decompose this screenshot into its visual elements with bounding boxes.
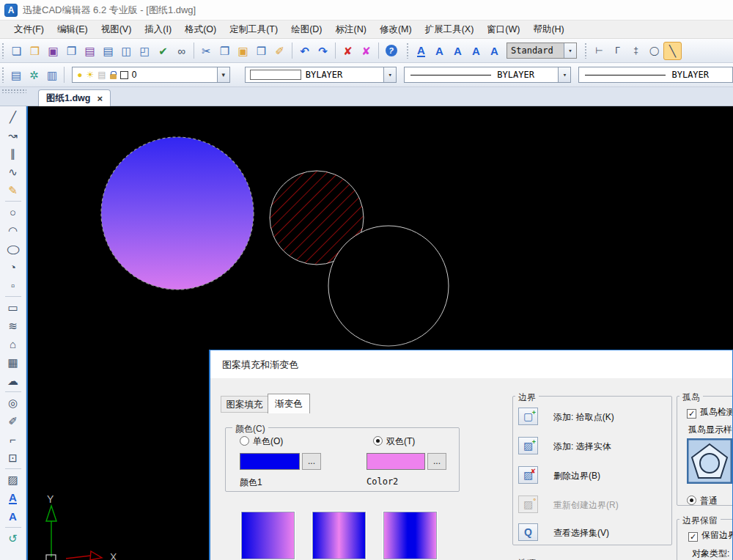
undo-view-tool[interactable]: ↺: [4, 529, 23, 548]
help-button[interactable]: ?: [382, 42, 400, 60]
tab-hatch[interactable]: 图案填充: [221, 396, 268, 413]
color-combo[interactable]: BYLAYER ▾: [245, 67, 397, 83]
chevron-down-icon[interactable]: ▾: [383, 67, 396, 82]
dim-angular-button[interactable]: Γ: [608, 42, 627, 60]
format-painter-button[interactable]: ✐: [270, 42, 289, 60]
paste-button[interactable]: ▣: [234, 42, 252, 60]
add-select-objects-button[interactable]: ▨+: [518, 437, 538, 454]
gradient-tile-cylinder[interactable]: [312, 512, 366, 559]
open-button[interactable]: ❒: [26, 42, 44, 60]
arc-tool[interactable]: ◠: [4, 221, 23, 240]
two-color-radio[interactable]: 双色(T): [373, 435, 415, 448]
toolbar-grip[interactable]: [584, 43, 588, 59]
layer-color-swatch[interactable]: [120, 71, 128, 79]
toolbar-grip[interactable]: [1, 67, 5, 83]
plot-state-icon[interactable]: ▤: [97, 70, 106, 79]
new-file-button[interactable]: ❏: [7, 42, 26, 60]
document-tab[interactable]: 图纸1.dwg ×: [38, 89, 111, 106]
toolbar-grip[interactable]: [1, 43, 5, 59]
dim-radius-button[interactable]: ◯: [645, 42, 663, 60]
menu-item-window[interactable]: 窗口(W): [480, 21, 526, 38]
spell-check-button[interactable]: ✔: [154, 42, 172, 60]
ellipse-tool[interactable]: ◯: [4, 240, 23, 258]
polygon-tool[interactable]: ⌂: [4, 335, 23, 353]
polyline-tool[interactable]: ↝: [4, 126, 23, 144]
add-select-objects-label[interactable]: 添加: 选择实体: [553, 441, 611, 453]
radio-icon[interactable]: [240, 436, 249, 446]
menu-item-custom-tools[interactable]: 定制工具(T): [223, 21, 284, 38]
menu-item-dimension[interactable]: 标注(N): [329, 21, 373, 38]
color2-browse-button[interactable]: ...: [427, 453, 446, 470]
chevron-down-icon[interactable]: ▾: [564, 43, 576, 58]
close-icon[interactable]: ×: [97, 93, 103, 104]
layer-states-button[interactable]: ▥: [43, 66, 61, 84]
text-style-combo[interactable]: Standard ▾: [507, 43, 577, 59]
view-selections-label[interactable]: 查看选择集(V): [553, 527, 609, 539]
wipeout-tool[interactable]: ✐: [4, 412, 23, 430]
tab-gradient[interactable]: 渐变色: [268, 394, 310, 413]
export-button[interactable]: ❐: [62, 42, 81, 60]
find-text-button[interactable]: A: [485, 42, 504, 60]
island-normal-radio[interactable]: 普通: [687, 495, 718, 507]
text-style-button[interactable]: A: [467, 42, 485, 60]
menu-item-draw[interactable]: 绘图(D): [284, 21, 328, 38]
plot-button[interactable]: ▤: [81, 42, 99, 60]
menu-item-view[interactable]: 视图(V): [95, 21, 139, 38]
paste-block-button[interactable]: ❒: [252, 42, 270, 60]
ellipse-arc-tool[interactable]: ◔: [4, 258, 23, 276]
layer-freeze-button[interactable]: ✲: [25, 66, 43, 84]
fillet-tool[interactable]: ⌐: [4, 430, 23, 449]
menu-item-insert[interactable]: 插入(I): [138, 21, 178, 38]
sun-icon[interactable]: ☀: [86, 70, 95, 79]
gradient-circle[interactable]: [101, 137, 254, 290]
linetype-combo[interactable]: BYLAYER ▾: [404, 67, 571, 83]
dim-aligned-button-active[interactable]: ╲: [663, 42, 682, 60]
menu-item-help[interactable]: 帮助(H): [526, 21, 570, 38]
revision-cloud-tool[interactable]: ☁: [4, 372, 23, 390]
remove-boundaries-button[interactable]: ▨✘: [518, 466, 538, 484]
redo-button[interactable]: ↷: [314, 42, 332, 60]
double-line-tool[interactable]: ∥: [4, 144, 23, 163]
line-tool[interactable]: ╱: [4, 108, 23, 126]
checkbox-checked-icon[interactable]: ✓: [687, 409, 696, 419]
hatch-tool[interactable]: ▨: [4, 471, 23, 489]
unlock-icon[interactable]: [110, 74, 117, 79]
save-button[interactable]: ▣: [44, 42, 62, 60]
lightbulb-icon[interactable]: ●: [77, 70, 82, 79]
mtext-tool[interactable]: A: [4, 507, 23, 526]
region-tool[interactable]: ▦: [4, 353, 23, 372]
retain-boundaries-checkbox[interactable]: ✓保留边界: [688, 529, 733, 542]
island-detection-checkbox[interactable]: ✓孤岛检测: [687, 406, 733, 419]
island-circle[interactable]: [328, 226, 449, 346]
single-text-tool[interactable]: A: [4, 489, 23, 507]
layer-combo[interactable]: ● ☀ ▤ 0 ▾: [72, 67, 229, 83]
gradient-tile-inverted-cylinder[interactable]: [383, 512, 437, 559]
print-preview-button[interactable]: ◰: [136, 42, 154, 60]
sketch-tool[interactable]: ✎: [4, 181, 23, 199]
print-button[interactable]: ▤: [99, 42, 117, 60]
cut-button[interactable]: ✂: [197, 42, 216, 60]
dim-vertical-button[interactable]: ‡: [627, 42, 645, 60]
multiline-text-button[interactable]: A: [430, 42, 449, 60]
gradient-tile-linear[interactable]: [241, 512, 295, 559]
delete-button[interactable]: ✘: [339, 42, 357, 60]
remove-boundaries-label[interactable]: 删除边界(B): [553, 470, 600, 482]
preview-button[interactable]: ◫: [117, 42, 136, 60]
dialog-title-bar[interactable]: 图案填充和渐变色: [210, 350, 732, 378]
multiline-tool[interactable]: ≋: [4, 317, 23, 335]
menu-item-modify[interactable]: 修改(M): [373, 21, 419, 38]
copy-button[interactable]: ❐: [216, 42, 234, 60]
circle-tool[interactable]: ○: [4, 203, 23, 221]
menu-item-file[interactable]: 文件(F): [7, 21, 51, 38]
color2-swatch[interactable]: [366, 453, 425, 470]
edit-text-button[interactable]: A: [449, 42, 467, 60]
chevron-down-icon[interactable]: ▾: [558, 67, 570, 82]
purge-button[interactable]: ✘: [357, 42, 375, 60]
checkbox-checked-icon[interactable]: ✓: [688, 532, 698, 542]
menu-item-express-tools[interactable]: 扩展工具(X): [419, 21, 481, 38]
view-selections-button[interactable]: Q: [518, 523, 538, 541]
one-color-radio[interactable]: 单色(O): [240, 435, 283, 448]
add-pick-points-button[interactable]: ▢+: [518, 408, 538, 425]
color1-swatch[interactable]: [240, 453, 300, 470]
layer-properties-button[interactable]: ▤: [7, 66, 25, 84]
